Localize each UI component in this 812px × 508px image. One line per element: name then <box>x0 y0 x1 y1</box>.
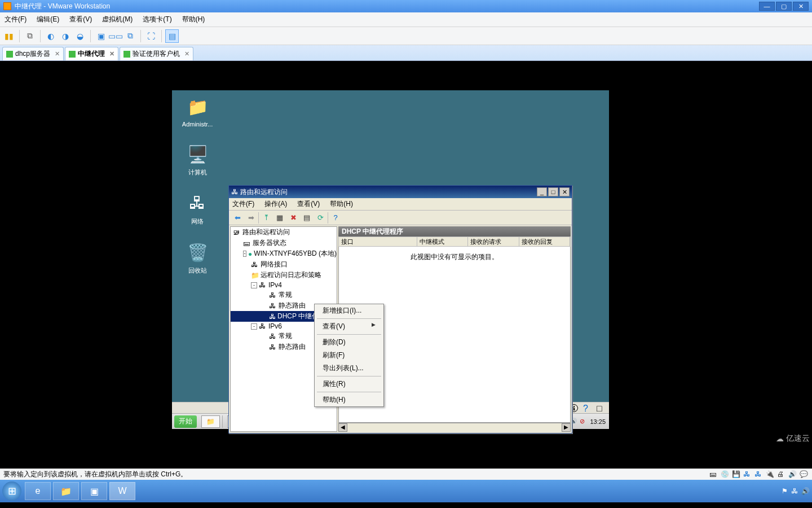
ctx-new-interface[interactable]: 新增接口(I)... <box>315 304 383 317</box>
menu-vm[interactable]: 虚拟机(M) <box>102 15 133 24</box>
unity-icon[interactable]: ⧉ <box>123 29 137 43</box>
menu-help[interactable]: 帮助(H) <box>330 199 353 209</box>
tree-server[interactable]: -●WIN-XTNYF465YBD (本地) <box>231 248 337 259</box>
revert-snapshot-icon[interactable]: ◑ <box>59 29 72 43</box>
tray-flag-icon[interactable]: ⚑ <box>782 487 788 495</box>
tree-remote-log[interactable]: 📁远程访问日志和策略 <box>231 270 337 281</box>
ctx-properties[interactable]: 属性(R) <box>315 378 383 391</box>
folder-icon: 📁 <box>186 95 209 119</box>
tab-label: 中继代理 <box>78 49 105 59</box>
net-adapter-icon[interactable]: 🖧 <box>743 470 752 479</box>
console-view-icon[interactable]: ▤ <box>165 29 179 43</box>
desktop-icon-computer[interactable]: 🖥️ 计算机 <box>175 142 220 177</box>
taskbar-explorer[interactable]: 📁 <box>53 482 79 500</box>
help-icon[interactable]: ? <box>583 404 592 413</box>
collapse-icon[interactable]: - <box>243 251 246 257</box>
ctx-export[interactable]: 导出列表(L)... <box>315 362 383 375</box>
scroll-right-icon[interactable]: ▶ <box>562 423 571 432</box>
taskbar-vmware[interactable]: ▣ <box>81 482 107 500</box>
up-icon[interactable]: ⤒ <box>260 212 272 224</box>
delete-icon[interactable]: ✖ <box>287 212 299 224</box>
scroll-left-icon[interactable]: ◀ <box>338 423 347 432</box>
tab-close-icon[interactable]: ✕ <box>55 50 60 58</box>
multimonitor-icon[interactable]: ▭▭ <box>109 29 122 43</box>
tab-close-icon[interactable]: ✕ <box>109 50 114 58</box>
taskbar-ie[interactable]: e <box>25 482 51 500</box>
menu-file[interactable]: 文件(F) <box>232 199 254 209</box>
minimize-button[interactable]: _ <box>537 187 547 196</box>
tree-netif[interactable]: 🖧网络接口 <box>231 259 337 270</box>
vm-display-area[interactable]: 🛈 ? □ 开始 📁 路由和远程访问 🖧 ⛨ 🔊 ⊘ 13:25 📁 <box>0 61 812 468</box>
tray-clock[interactable]: 13:25 <box>590 418 606 425</box>
back-icon[interactable]: ⬅ <box>231 212 244 224</box>
take-ownership-icon[interactable]: ⧉ <box>23 29 37 43</box>
desktop-icon-recycle-bin[interactable]: 🗑️ 回收站 <box>175 240 220 275</box>
menu-view[interactable]: 查看(V) <box>69 15 92 24</box>
properties-icon[interactable]: ▤ <box>301 212 313 224</box>
menu-edit[interactable]: 编辑(E) <box>37 15 59 24</box>
cd-icon[interactable]: 💿 <box>721 470 730 479</box>
col-interface[interactable]: 接口 <box>339 237 417 246</box>
tree-server-status[interactable]: 🖴服务器状态 <box>231 238 337 248</box>
col-requests[interactable]: 接收的请求 <box>468 237 519 246</box>
quick-launch-explorer[interactable]: 📁 <box>201 415 220 428</box>
desktop-icon-administrator[interactable]: 📁 Administr... <box>175 95 220 128</box>
tab-dhcp-server[interactable]: dhcp服务器 ✕ <box>2 47 64 60</box>
usb-icon[interactable]: 🔌 <box>766 470 775 479</box>
minimize-button[interactable]: — <box>759 2 775 11</box>
menu-tabs[interactable]: 选项卡(T) <box>143 15 171 24</box>
windows-icon: ⊞ <box>8 485 16 497</box>
snapshot-icon[interactable]: ◐ <box>44 29 58 43</box>
vmware-menubar: 文件(F) 编辑(E) 查看(V) 虚拟机(M) 选项卡(T) 帮助(H) <box>0 12 812 27</box>
help-icon[interactable]: ? <box>329 212 342 224</box>
refresh-icon[interactable]: ⟳ <box>314 212 326 224</box>
close-button[interactable]: ✕ <box>793 2 809 11</box>
forward-icon[interactable]: ➡ <box>245 212 257 224</box>
tab-close-icon[interactable]: ✕ <box>184 50 189 58</box>
network-tray-icon[interactable]: □ <box>597 404 606 413</box>
status-hint: 要将输入定向到该虚拟机，请在虚拟机内部单击或按 Ctrl+G。 <box>3 470 187 479</box>
floppy-icon[interactable]: 💾 <box>732 470 741 479</box>
snapshot-manager-icon[interactable]: ◒ <box>73 29 87 43</box>
desktop-icon-network[interactable]: 🖧 网络 <box>175 191 220 226</box>
hd-icon[interactable]: 🖴 <box>709 470 718 479</box>
hscroll[interactable]: ◀ ▶ <box>338 423 571 432</box>
sound-icon[interactable]: 🔊 <box>788 470 797 479</box>
tray-alert-icon[interactable]: ⊘ <box>580 418 588 426</box>
tree-ipv4-general[interactable]: 🖧常规 <box>231 290 337 300</box>
printer-icon[interactable]: 🖨 <box>777 470 786 479</box>
ctx-help[interactable]: 帮助(H) <box>315 393 383 406</box>
menu-file[interactable]: 文件(F) <box>5 15 27 24</box>
maximize-button[interactable]: □ <box>548 187 558 196</box>
ctx-view[interactable]: 查看(V) <box>315 320 383 333</box>
tray-volume-icon[interactable]: 🔊 <box>801 487 810 495</box>
menu-view[interactable]: 查看(V) <box>297 199 320 209</box>
start-orb[interactable]: ⊞ <box>2 481 21 501</box>
rras-titlebar[interactable]: 🖧 路由和远程访问 _ □ ✕ <box>229 186 572 198</box>
power-pause-icon[interactable]: ▮▮ <box>2 29 16 43</box>
rras-menubar: 文件(F) 操作(A) 查看(V) 帮助(H) <box>229 198 572 211</box>
close-button[interactable]: ✕ <box>559 187 570 196</box>
show-hide-icon[interactable]: ▦ <box>273 212 286 224</box>
fullscreen-icon[interactable]: ⛶ <box>144 29 158 43</box>
recycle-bin-icon: 🗑️ <box>186 240 209 264</box>
tree-ipv4[interactable]: -🖧IPv4 <box>231 281 337 290</box>
collapse-icon[interactable]: - <box>251 323 257 330</box>
tab-relay-agent[interactable]: 中继代理 ✕ <box>65 47 118 60</box>
ctx-refresh[interactable]: 刷新(F) <box>315 349 383 362</box>
ctx-delete[interactable]: 删除(D) <box>315 336 383 349</box>
collapse-icon[interactable]: - <box>251 282 257 288</box>
thumbnail-icon[interactable]: ▣ <box>94 29 108 43</box>
net-adapter-icon[interactable]: 🖧 <box>754 470 764 479</box>
taskbar-word[interactable]: W <box>109 482 135 500</box>
menu-action[interactable]: 操作(A) <box>264 199 287 209</box>
col-replies[interactable]: 接收的回复 <box>519 237 570 246</box>
message-icon[interactable]: 💬 <box>800 470 809 479</box>
tree-root[interactable]: 🖳路由和远程访问 <box>231 227 337 238</box>
maximize-button[interactable]: ▢ <box>776 2 792 11</box>
col-relay-mode[interactable]: 中继模式 <box>417 237 468 246</box>
tab-verify-client[interactable]: 验证使用客户机 ✕ <box>120 47 193 60</box>
start-button[interactable]: 开始 <box>174 415 197 428</box>
tray-network-icon[interactable]: 🖧 <box>791 487 798 495</box>
menu-help[interactable]: 帮助(H) <box>182 15 205 24</box>
